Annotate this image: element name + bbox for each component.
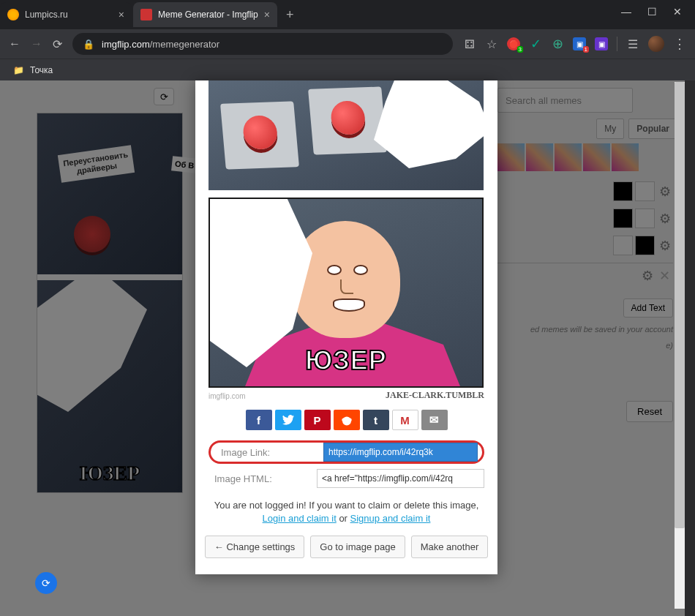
check-icon[interactable]: ✓ [529,37,542,50]
panel-bottom: ЮЗЕР [209,198,484,388]
change-settings-button[interactable]: ← Change settings [205,536,305,558]
image-html-label: Image HTML: [209,473,309,484]
back-icon[interactable]: ← [9,37,20,50]
page-scrollbar[interactable] [675,82,685,609]
favicon-icon [7,9,19,20]
browser-scrollbar[interactable] [685,80,695,616]
image-link-input[interactable] [323,443,478,462]
window-titlebar: Lumpics.ru × Meme Generator - Imgflip × … [0,0,695,29]
star-icon[interactable]: ☆ [485,37,498,50]
avatar[interactable] [648,36,664,52]
close-icon[interactable]: × [264,9,270,20]
share-facebook-button[interactable]: f [246,410,272,430]
watermark: imgflip.com [209,392,246,400]
ext-icon[interactable]: ▣1 [573,37,586,50]
share-reddit-button[interactable] [334,410,360,430]
menu-icon[interactable]: ⋮ [673,36,686,52]
tab-title: Meme Generator - Imgflip [158,10,258,20]
new-tab-button[interactable]: + [279,7,301,23]
close-icon[interactable]: × [119,9,124,20]
url-host: imgflip.com [102,39,150,50]
extensions-area: ⚃ ☆ 🛑3 ✓ ⊕ ▣1 ▣ ☰ ⋮ [463,36,686,52]
image-html-input[interactable] [317,469,484,488]
tab-lumpics[interactable]: Lumpics.ru × [0,2,132,27]
separator [617,37,617,51]
svg-point-1 [342,418,345,422]
image-html-row: Image HTML: [209,467,484,490]
link-table: Image Link: Image HTML: [209,440,484,490]
hand-graphic [374,80,484,168]
share-gmail-button[interactable]: M [392,410,418,430]
assist-fab[interactable]: ⟳ [35,572,57,594]
reading-list-icon[interactable]: ☰ [626,37,639,50]
login-claim-link[interactable]: Login and claim it [263,513,337,524]
address-bar: ← → ⟳ 🔒 imgflip.com/memegenerator ⚃ ☆ 🛑3… [0,29,695,59]
image-link-row: Image Link: [209,440,484,464]
folder-icon: 📁 [13,65,24,75]
svg-point-2 [348,418,352,422]
url-input[interactable]: 🔒 imgflip.com/memegenerator [72,33,453,55]
go-to-image-button[interactable]: Go to image page [310,536,405,558]
favicon-icon [140,9,152,20]
share-tumblr-button[interactable]: t [363,410,389,430]
reload-icon[interactable]: ⟳ [53,37,62,51]
url-path: /memegenerator [150,39,219,50]
make-another-button[interactable]: Make another [411,536,489,558]
image-link-label: Image Link: [215,447,316,458]
adblock-icon[interactable]: 🛑3 [507,37,520,50]
tab-imgflip[interactable]: Meme Generator - Imgflip × [133,2,277,27]
modal-image: ЮЗЕР JAKE-CLARK.TUMBLR imgflip.com [195,80,497,402]
modal-buttons: ← Change settings Go to image page Make … [195,531,497,563]
share-modal: ЮЗЕР JAKE-CLARK.TUMBLR imgflip.com f P t… [195,80,497,574]
window-controls: — ☐ ✕ [621,6,695,29]
share-twitter-button[interactable] [275,410,301,430]
share-buttons: f P t M ✉ [195,402,497,437]
credit-text: JAKE-CLARK.TUMBLR [386,390,484,401]
close-window-icon[interactable]: ✕ [673,6,682,18]
bookmarks-bar: 📁 Точка [0,59,695,80]
translate-icon[interactable]: ⚃ [463,37,476,50]
meme-caption: ЮЗЕР [305,345,387,376]
globe-icon[interactable]: ⊕ [551,37,564,50]
minimize-icon[interactable]: — [621,6,631,18]
share-email-button[interactable]: ✉ [421,410,448,430]
forward-icon: → [31,37,42,50]
tab-strip: Lumpics.ru × Meme Generator - Imgflip × … [0,0,301,29]
maximize-icon[interactable]: ☐ [647,6,657,18]
panel-top [209,80,484,190]
share-pinterest-button[interactable]: P [304,410,331,430]
ext-icon[interactable]: ▣ [595,37,608,50]
bookmark-item[interactable]: Точка [30,65,53,75]
page-content: ⟳ Переустановить драйверы Об В ЮЗЕР Sear… [0,80,695,616]
tab-title: Lumpics.ru [25,10,68,20]
signup-claim-link[interactable]: Signup and claim it [350,513,431,524]
login-message: You are not logged in! If you want to cl… [195,493,497,531]
lock-icon: 🔒 [83,39,94,50]
